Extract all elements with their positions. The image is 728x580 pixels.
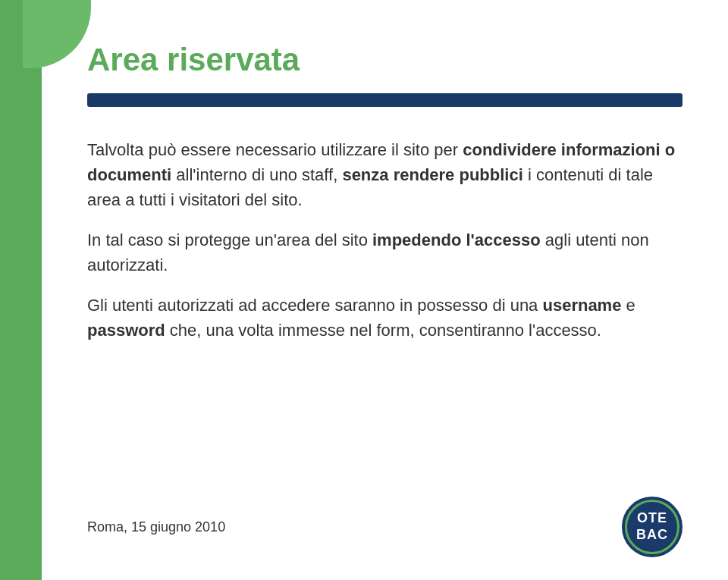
paragraph1-start: Talvolta può essere necessario utilizzar… [87, 140, 463, 159]
paragraph3-bold1: username [542, 296, 621, 315]
paragraph3-bold2: password [87, 321, 165, 340]
page: Area riservata Talvolta può essere neces… [0, 0, 728, 580]
left-sidebar-decoration [0, 0, 42, 580]
divider-bar [87, 93, 682, 107]
logo-text-bac: BAC [636, 527, 668, 544]
main-content: Area riservata Talvolta può essere neces… [42, 0, 728, 580]
paragraph2-bold: impedendo l'accesso [372, 230, 541, 249]
footer-date: Roma, 15 giugno 2010 [87, 519, 225, 535]
paragraph3-start: Gli utenti autorizzati ad accedere saran… [87, 296, 542, 315]
footer: Roma, 15 giugno 2010 OTE BAC [42, 497, 728, 557]
paragraph1-mid: all'interno di uno staff, [171, 165, 342, 184]
page-title: Area riservata [87, 42, 682, 78]
paragraph3-end: che, una volta immesse nel form, consent… [165, 321, 601, 340]
paragraph3-mid: e [621, 296, 635, 315]
otebac-logo: OTE BAC [622, 497, 682, 557]
logo-inner-circle: OTE BAC [625, 500, 679, 554]
logo-text-ote: OTE [637, 510, 667, 527]
paragraph-3: Gli utenti autorizzati ad accedere saran… [87, 293, 682, 343]
paragraph2-start: In tal caso si protegge un'area del sito [87, 230, 372, 249]
paragraph1-bold2: senza rendere pubblici [342, 165, 522, 184]
paragraph-2: In tal caso si protegge un'area del sito… [87, 227, 682, 277]
paragraph-1: Talvolta può essere necessario utilizzar… [87, 137, 682, 212]
